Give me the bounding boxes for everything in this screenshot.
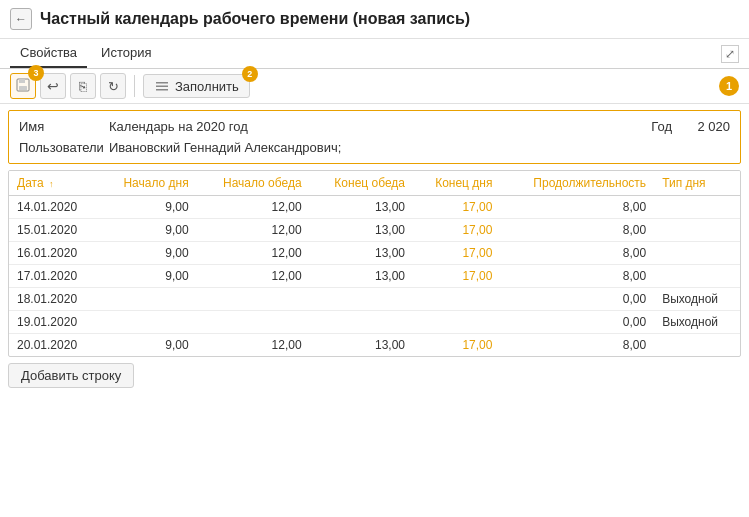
cell-day_start[interactable] xyxy=(100,288,197,311)
cell-lunch_start[interactable] xyxy=(197,311,310,334)
cell-date[interactable]: 20.01.2020 xyxy=(9,334,100,357)
cell-duration[interactable]: 8,00 xyxy=(500,242,654,265)
toolbar-separator xyxy=(134,75,135,97)
save-icon xyxy=(16,78,30,95)
cell-day_end[interactable]: 17,00 xyxy=(413,196,500,219)
cell-date[interactable]: 14.01.2020 xyxy=(9,196,100,219)
cell-day_type[interactable] xyxy=(654,334,740,357)
cell-lunch_start[interactable]: 12,00 xyxy=(197,265,310,288)
table-body: 14.01.20209,0012,0013,0017,008,0015.01.2… xyxy=(9,196,740,357)
col-lunch-end: Конец обеда xyxy=(310,171,413,196)
cell-date[interactable]: 19.01.2020 xyxy=(9,311,100,334)
copy-icon: ⎘ xyxy=(79,79,87,94)
year-value[interactable]: 2 020 xyxy=(680,119,730,134)
table-row[interactable]: 15.01.20209,0012,0013,0017,008,00 xyxy=(9,219,740,242)
col-date: Дата ↑ xyxy=(9,171,100,196)
fill-button[interactable]: Заполнить xyxy=(143,74,250,98)
cell-day_end[interactable] xyxy=(413,288,500,311)
cell-lunch_end[interactable] xyxy=(310,288,413,311)
cell-day_type[interactable] xyxy=(654,196,740,219)
cell-date[interactable]: 18.01.2020 xyxy=(9,288,100,311)
table-header: Дата ↑ Начало дня Начало обеда Конец обе… xyxy=(9,171,740,196)
name-value[interactable]: Календарь на 2020 год xyxy=(109,119,632,134)
svg-rect-3 xyxy=(156,82,168,84)
col-duration: Продолжительность xyxy=(500,171,654,196)
form-section: Имя Календарь на 2020 год Год 2 020 Поль… xyxy=(8,110,741,164)
refresh-button[interactable]: ↻ xyxy=(100,73,126,99)
expand-icon[interactable]: ⤢ xyxy=(721,45,739,63)
refresh-icon: ↻ xyxy=(108,79,119,94)
cell-day_start[interactable]: 9,00 xyxy=(100,242,197,265)
form-row-users: Пользователи Ивановский Геннадий Алексан… xyxy=(19,140,730,155)
cell-duration[interactable]: 8,00 xyxy=(500,265,654,288)
svg-rect-2 xyxy=(19,86,27,90)
cell-lunch_start[interactable]: 12,00 xyxy=(197,334,310,357)
cell-day_type[interactable] xyxy=(654,242,740,265)
tab-history[interactable]: История xyxy=(91,39,161,68)
cell-lunch_end[interactable]: 13,00 xyxy=(310,334,413,357)
table-row[interactable]: 20.01.20209,0012,0013,0017,008,00 xyxy=(9,334,740,357)
main-badge-wrapper: 1 xyxy=(717,76,739,96)
fill-badge: 2 xyxy=(242,66,258,82)
cell-duration[interactable]: 8,00 xyxy=(500,196,654,219)
add-row-button[interactable]: Добавить строку xyxy=(8,363,134,388)
cell-duration[interactable]: 0,00 xyxy=(500,311,654,334)
cell-day_start[interactable]: 9,00 xyxy=(100,219,197,242)
table-row[interactable]: 16.01.20209,0012,0013,0017,008,00 xyxy=(9,242,740,265)
svg-rect-1 xyxy=(19,79,25,83)
cell-day_type[interactable]: Выходной xyxy=(654,288,740,311)
cell-lunch_end[interactable] xyxy=(310,311,413,334)
back-button[interactable]: ← xyxy=(10,8,32,30)
toolbar: 3 ↩ ⎘ ↻ Заполнить 2 1 xyxy=(0,69,749,104)
cell-day_end[interactable]: 17,00 xyxy=(413,242,500,265)
save-btn-wrapper: 3 xyxy=(10,73,36,99)
table-row[interactable]: 17.01.20209,0012,0013,0017,008,00 xyxy=(9,265,740,288)
cell-duration[interactable]: 8,00 xyxy=(500,219,654,242)
users-value[interactable]: Ивановский Геннадий Александрович; xyxy=(109,140,730,155)
cell-duration[interactable]: 0,00 xyxy=(500,288,654,311)
tab-properties[interactable]: Свойства xyxy=(10,39,87,68)
cell-lunch_end[interactable]: 13,00 xyxy=(310,219,413,242)
cell-day_type[interactable] xyxy=(654,219,740,242)
cell-day_type[interactable] xyxy=(654,265,740,288)
back-icon: ← xyxy=(15,12,27,26)
cell-day_start[interactable]: 9,00 xyxy=(100,334,197,357)
cell-day_end[interactable]: 17,00 xyxy=(413,265,500,288)
cell-lunch_end[interactable]: 13,00 xyxy=(310,242,413,265)
cell-lunch_end[interactable]: 13,00 xyxy=(310,265,413,288)
name-label: Имя xyxy=(19,119,109,134)
fill-icon xyxy=(154,78,170,94)
cell-duration[interactable]: 8,00 xyxy=(500,334,654,357)
cell-date[interactable]: 16.01.2020 xyxy=(9,242,100,265)
cell-lunch_start[interactable]: 12,00 xyxy=(197,196,310,219)
cell-day_end[interactable]: 17,00 xyxy=(413,219,500,242)
cell-lunch_start[interactable] xyxy=(197,288,310,311)
cell-day_start[interactable]: 9,00 xyxy=(100,196,197,219)
cell-day_start[interactable]: 9,00 xyxy=(100,265,197,288)
cell-day_start[interactable] xyxy=(100,311,197,334)
cell-lunch_start[interactable]: 12,00 xyxy=(197,219,310,242)
cell-day_end[interactable] xyxy=(413,311,500,334)
tabs-bar: Свойства История ⤢ xyxy=(0,39,749,69)
table-row[interactable]: 19.01.20200,00Выходной xyxy=(9,311,740,334)
cell-day_type[interactable]: Выходной xyxy=(654,311,740,334)
form-row-name: Имя Календарь на 2020 год Год 2 020 xyxy=(19,119,730,134)
cell-date[interactable]: 17.01.2020 xyxy=(9,265,100,288)
year-label: Год xyxy=(632,119,672,134)
copy-button[interactable]: ⎘ xyxy=(70,73,96,99)
cell-day_end[interactable]: 17,00 xyxy=(413,334,500,357)
col-day-end: Конец дня xyxy=(413,171,500,196)
undo-button[interactable]: ↩ xyxy=(40,73,66,99)
fill-label: Заполнить xyxy=(175,79,239,94)
page-title: Частный календарь рабочего времени (нова… xyxy=(40,10,470,28)
main-badge: 1 xyxy=(719,76,739,96)
window-header: ← Частный календарь рабочего времени (но… xyxy=(0,0,749,39)
cell-lunch_start[interactable]: 12,00 xyxy=(197,242,310,265)
svg-rect-5 xyxy=(156,89,168,91)
table-row[interactable]: 18.01.20200,00Выходной xyxy=(9,288,740,311)
cell-lunch_end[interactable]: 13,00 xyxy=(310,196,413,219)
cell-date[interactable]: 15.01.2020 xyxy=(9,219,100,242)
table-scroll-area[interactable]: Дата ↑ Начало дня Начало обеда Конец обе… xyxy=(9,171,740,356)
work-calendar-table: Дата ↑ Начало дня Начало обеда Конец обе… xyxy=(8,170,741,357)
table-row[interactable]: 14.01.20209,0012,0013,0017,008,00 xyxy=(9,196,740,219)
